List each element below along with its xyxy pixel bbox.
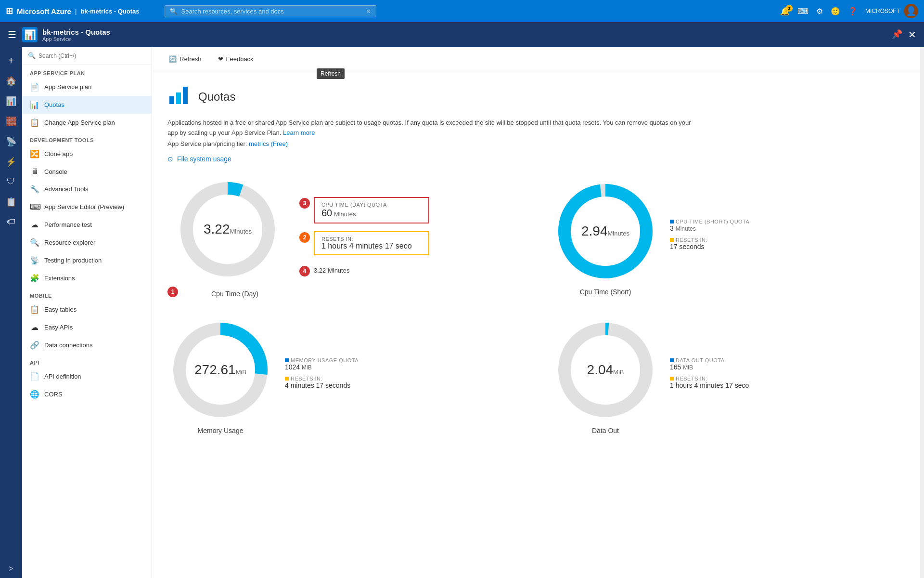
dashboard-icon[interactable]: 📊 bbox=[3, 93, 19, 109]
nav-search-input[interactable] bbox=[38, 53, 146, 59]
feedback-button[interactable]: 🙂 bbox=[831, 7, 840, 16]
page-body: Quotas Applications hosted in a free or … bbox=[152, 71, 924, 446]
resets-label: RESETS IN: bbox=[321, 236, 422, 242]
expand-sidebar-button[interactable]: > bbox=[4, 560, 18, 578]
search-input[interactable] bbox=[181, 8, 362, 15]
user-section[interactable]: MICROSOFT 👤 bbox=[865, 4, 918, 18]
donut-data_out: 2.04MiB bbox=[552, 317, 658, 423]
nav-section-label: API bbox=[22, 354, 152, 368]
resets-info-row: RESETS IN: 17 seconds bbox=[670, 237, 909, 250]
file-usage-label: File system usage bbox=[177, 155, 231, 163]
nav-item-data-connections[interactable]: 🔗Data connections bbox=[22, 336, 152, 354]
nav-item-icon: 📋 bbox=[30, 118, 39, 127]
donut-value-cpu_short: 2.94 bbox=[581, 223, 608, 238]
nav-item-label: Change App Service plan bbox=[44, 119, 115, 126]
nav-item-label: Clone app bbox=[44, 150, 73, 158]
close-search-icon[interactable]: ✕ bbox=[366, 8, 371, 15]
nav-item-icon: ☁ bbox=[30, 220, 39, 229]
resets-label: RESETS IN: bbox=[285, 376, 524, 381]
toolbar: 🔄 Refresh ❤ Feedback Refresh bbox=[152, 47, 924, 71]
nav-sections: APP SERVICE PLAN📄App Service plan📊Quotas… bbox=[22, 65, 152, 403]
resets-value: 1 hours 4 minutes 17 seco bbox=[321, 242, 422, 250]
home-icon[interactable]: 🏠 bbox=[3, 73, 19, 89]
list-icon[interactable]: 📋 bbox=[3, 194, 19, 210]
nav-item-label: Extensions bbox=[44, 275, 75, 282]
scrollbar-track[interactable] bbox=[920, 0, 924, 578]
donut-wrap-cpu_day: 3.22Minutes 1Cpu Time (Day) bbox=[167, 176, 288, 298]
nav-item-performance-test[interactable]: ☁Performance test bbox=[22, 216, 152, 234]
learn-more-link[interactable]: Learn more bbox=[283, 129, 315, 136]
donut-unit-data_out: MiB bbox=[613, 368, 624, 376]
quota-value: 3 Minutes bbox=[670, 224, 909, 232]
quota-info-row: MEMORY USAGE QUOTA 1024 MiB bbox=[285, 357, 524, 371]
notifications-button[interactable]: 🔔 1 bbox=[780, 7, 790, 16]
quota-label: DATA OUT QUOTA bbox=[670, 357, 909, 363]
cloud-shell-button[interactable]: ⌨ bbox=[797, 7, 808, 16]
nav-item-label: Console bbox=[44, 168, 67, 175]
nav-item-icon: 🔀 bbox=[30, 149, 39, 158]
resets-value: 17 seconds bbox=[670, 243, 909, 250]
file-usage-link[interactable]: ⊙ File system usage bbox=[167, 155, 909, 163]
donut-wrap-data_out: 2.04MiB Data Out bbox=[552, 317, 658, 434]
nav-item-advanced-tools[interactable]: 🔧Advanced Tools bbox=[22, 180, 152, 198]
donut-value-memory: 272.61 bbox=[194, 362, 236, 377]
chart-label-data_out: Data Out bbox=[552, 427, 658, 434]
donut-value-data_out: 2.04 bbox=[587, 362, 614, 377]
nav-item-quotas[interactable]: 📊Quotas bbox=[22, 96, 152, 114]
nav-item-easy-apis[interactable]: ☁Easy APIs bbox=[22, 318, 152, 336]
nav-item-icon: 🧩 bbox=[30, 274, 39, 283]
nav-item-api-definition[interactable]: 📄API definition bbox=[22, 368, 152, 385]
nav-item-change-app-service-plan[interactable]: 📋Change App Service plan bbox=[22, 114, 152, 131]
shield-icon[interactable]: 🛡 bbox=[4, 174, 18, 190]
quota-info-row: CPU TIME (SHORT) QUOTA 3 Minutes bbox=[670, 219, 909, 232]
quota-value: 1024 MiB bbox=[285, 363, 524, 371]
nav-item-clone-app[interactable]: 🔀Clone app bbox=[22, 145, 152, 163]
add-icon[interactable]: + bbox=[5, 52, 17, 69]
close-button[interactable]: ✕ bbox=[908, 29, 916, 40]
nav-item-resource-explorer[interactable]: 🔍Resource explorer bbox=[22, 234, 152, 251]
help-button[interactable]: ❓ bbox=[848, 7, 858, 16]
brand-name: Microsoft Azure bbox=[17, 7, 71, 15]
chart-info-cpu_day: 3 CPU TIME (DAY) QUOTA 60 Minutes 2 RESE… bbox=[299, 197, 524, 276]
svg-rect-1 bbox=[176, 92, 181, 104]
quota-value: 60 bbox=[321, 208, 332, 218]
resources-icon[interactable]: 🧱 bbox=[3, 113, 19, 130]
refresh-label: Refresh bbox=[180, 55, 202, 63]
pin-button[interactable]: 📌 bbox=[892, 29, 902, 40]
plan-link[interactable]: metrics (Free) bbox=[249, 140, 288, 147]
nav-item-extensions[interactable]: 🧩Extensions bbox=[22, 269, 152, 287]
nav-item-icon: 🌐 bbox=[30, 390, 39, 399]
nav-item-cors[interactable]: 🌐CORS bbox=[22, 385, 152, 403]
nav-sidebar: 🔍 APP SERVICE PLAN📄App Service plan📊Quot… bbox=[22, 47, 152, 578]
global-search[interactable]: 🔍 ✕ bbox=[165, 5, 376, 17]
nav-item-label: Data connections bbox=[44, 342, 92, 349]
nav-item-icon: 🔗 bbox=[30, 341, 39, 350]
nav-item-label: Resource explorer bbox=[44, 239, 95, 246]
plan-info: App Service plan/pricing tier: metrics (… bbox=[167, 140, 909, 147]
donut-unit-cpu_short: Minutes bbox=[607, 230, 629, 237]
chart-section-memory: 272.61MiB Memory Usage MEMORY USAGE QUOT… bbox=[167, 317, 524, 434]
donut-wrap-memory: 272.61MiB Memory Usage bbox=[167, 317, 273, 434]
tag-icon[interactable]: 🏷 bbox=[4, 214, 18, 230]
donut-value-cpu_day: 3.22 bbox=[204, 222, 230, 236]
feedback-button[interactable]: ❤ Feedback bbox=[211, 52, 261, 66]
nav-item-easy-tables[interactable]: 📋Easy tables bbox=[22, 301, 152, 318]
nav-item-app-service-editor-(preview)[interactable]: ⌨App Service Editor (Preview) bbox=[22, 198, 152, 216]
nav-item-label: Quotas bbox=[44, 101, 64, 108]
layout: + 🏠 📊 🧱 📡 ⚡ 🛡 📋 🏷 > 🔍 APP SERVICE PLAN📄A… bbox=[0, 47, 924, 578]
nav-item-icon: 📄 bbox=[30, 82, 39, 92]
nav-search[interactable]: 🔍 bbox=[22, 47, 152, 65]
app-title: bk-metrics - Quotas App Service bbox=[42, 28, 110, 42]
hamburger-menu[interactable]: ☰ bbox=[8, 29, 16, 40]
lightning-icon[interactable]: ⚡ bbox=[3, 154, 19, 170]
second-bar-right: 📌 ✕ bbox=[892, 29, 916, 40]
nav-item-testing-in-production[interactable]: 📡Testing in production bbox=[22, 251, 152, 269]
settings-button[interactable]: ⚙ bbox=[816, 7, 823, 16]
refresh-button[interactable]: 🔄 Refresh bbox=[162, 52, 209, 66]
refresh-icon: 🔄 bbox=[169, 55, 177, 63]
monitor-icon[interactable]: 📡 bbox=[3, 133, 19, 150]
chart-info-cpu_short: CPU TIME (SHORT) QUOTA 3 Minutes RESETS … bbox=[670, 219, 909, 255]
nav-item-console[interactable]: 🖥Console bbox=[22, 163, 152, 180]
nav-item-app-service-plan[interactable]: 📄App Service plan bbox=[22, 78, 152, 96]
badge-3: 3 bbox=[299, 198, 310, 209]
